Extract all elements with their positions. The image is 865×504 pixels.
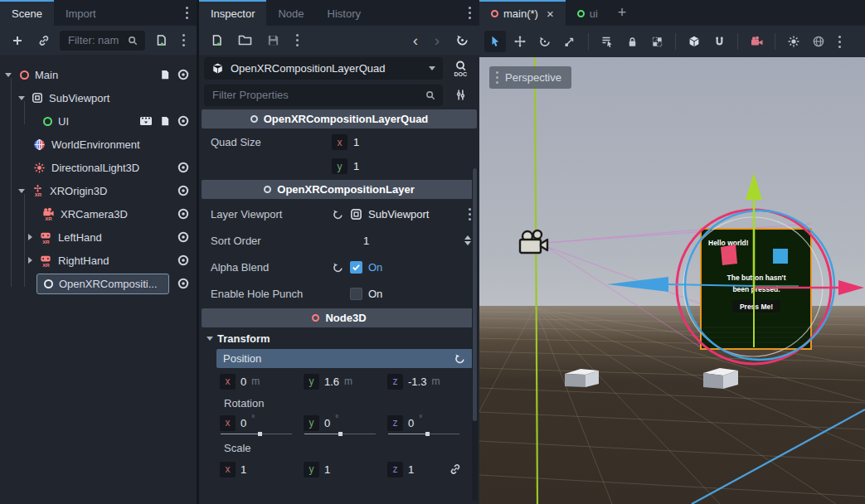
selected-node-box[interactable]: OpenXRCompositi... <box>36 274 169 294</box>
position-y-field[interactable]: 1.6 <box>324 376 339 388</box>
group-tool-icon[interactable] <box>646 31 668 52</box>
visibility-eye-icon[interactable] <box>177 161 190 174</box>
rotation-y-field[interactable]: 0 <box>324 417 330 429</box>
layer-viewport-value[interactable]: SubViewport <box>368 208 429 220</box>
prop-position-row[interactable]: Position <box>216 349 473 368</box>
mesh-cube-icon[interactable] <box>683 31 705 52</box>
lock-tool-icon[interactable] <box>621 31 643 52</box>
inspector-scrollbar[interactable] <box>472 168 478 501</box>
tab-node[interactable]: Node <box>266 0 315 26</box>
tab-main-scene[interactable]: main(*) × <box>479 0 566 26</box>
visibility-eye-icon[interactable] <box>177 277 190 290</box>
rotation-y-slider[interactable] <box>304 434 376 434</box>
tree-row-righthand[interactable]: XR RightHand <box>0 249 197 272</box>
scale-link-icon[interactable] <box>449 463 462 476</box>
scene-tab-menu-icon[interactable] <box>186 12 188 14</box>
tree-row-subviewport[interactable]: SubViewport <box>0 86 197 109</box>
tab-import[interactable]: Import <box>54 0 108 26</box>
visibility-eye-icon[interactable] <box>177 68 190 81</box>
rotation-label[interactable]: Rotation <box>199 394 479 412</box>
visibility-eye-icon[interactable] <box>177 207 190 220</box>
script-icon[interactable] <box>158 115 171 128</box>
new-resource-icon[interactable] <box>206 30 227 51</box>
visibility-eye-icon[interactable] <box>177 254 190 267</box>
position-z-field[interactable]: -1.3 <box>408 376 426 388</box>
scale-y-field[interactable]: 1 <box>324 463 330 476</box>
quad-size-x-field[interactable]: 1 <box>353 136 359 148</box>
scale-x-field[interactable]: 1 <box>241 463 246 476</box>
rotation-x-field[interactable]: 0 <box>241 417 246 429</box>
snap-magnet-icon[interactable] <box>708 31 730 52</box>
scale-label[interactable]: Scale <box>199 439 479 457</box>
viewport-3d[interactable]: Hello world! The button hasn't been pres… <box>479 57 865 504</box>
viewport-options-icon[interactable] <box>469 213 471 216</box>
viewport-menu-icon[interactable] <box>833 31 846 52</box>
tree-row-directionallight3d[interactable]: DirectionalLight3D <box>0 156 197 179</box>
close-tab-icon[interactable]: × <box>547 7 554 21</box>
filter-properties-input[interactable] <box>211 88 425 102</box>
scale-tool-icon[interactable] <box>559 31 581 52</box>
sort-order-field[interactable]: 1 <box>363 235 369 247</box>
alpha-blend-checkbox[interactable] <box>350 261 362 274</box>
transform-group-header[interactable]: Transform <box>199 329 479 348</box>
collapse-icon[interactable] <box>18 96 25 100</box>
save-icon[interactable] <box>262 30 284 51</box>
tree-row-main[interactable]: Main <box>0 63 197 86</box>
tab-inspector[interactable]: Inspector <box>199 0 266 26</box>
tree-row-xrorigin3d[interactable]: XR XROrigin3D <box>0 179 197 202</box>
list-select-tool-icon[interactable] <box>596 31 618 52</box>
tree-row-ui[interactable]: UI <box>0 109 197 133</box>
tab-history[interactable]: History <box>316 0 372 26</box>
rotation-z-field[interactable]: 0 <box>408 417 414 429</box>
composition-layer-quad[interactable]: Hello world! The button hasn't been pres… <box>701 229 811 349</box>
instance-scene-link-icon[interactable] <box>33 30 55 51</box>
expand-icon[interactable] <box>28 257 32 264</box>
perspective-menu[interactable]: Perspective <box>489 66 571 89</box>
visibility-eye-icon[interactable] <box>177 114 190 128</box>
revert-icon[interactable] <box>454 352 466 365</box>
category-openxrcompositionlayer[interactable]: OpenXRCompositionLayer <box>202 180 477 199</box>
instanced-scene-icon[interactable] <box>139 115 153 127</box>
quad-size-y-field[interactable]: 1 <box>353 160 359 172</box>
node-type-dropdown[interactable]: OpenXRCompositionLayerQuad <box>204 57 443 80</box>
preview-environment-icon[interactable] <box>808 31 829 52</box>
resource-more-icon[interactable] <box>290 30 304 51</box>
scale-z-field[interactable]: 1 <box>408 463 414 476</box>
scene-filter-input[interactable] <box>66 33 127 47</box>
position-x-field[interactable]: 0 <box>241 376 246 388</box>
rotation-x-slider[interactable] <box>221 434 292 434</box>
script-icon[interactable] <box>158 69 171 81</box>
tree-row-xrcamera3d[interactable]: XR XRCamera3D <box>0 202 197 225</box>
inspector-tab-menu-icon[interactable] <box>469 12 471 14</box>
collapse-icon[interactable] <box>18 189 25 193</box>
select-tool-icon[interactable] <box>484 31 506 52</box>
category-node3d[interactable]: Node3D <box>202 308 477 327</box>
tab-ui-scene[interactable]: ui <box>566 0 610 26</box>
open-docs-icon[interactable]: DOC <box>450 58 471 80</box>
visibility-eye-icon[interactable] <box>177 230 190 244</box>
history-back-icon[interactable]: ‹ <box>408 30 423 51</box>
revert-icon[interactable] <box>332 208 344 220</box>
hole-punch-checkbox[interactable] <box>350 288 362 300</box>
revert-icon[interactable] <box>332 261 344 274</box>
preview-sunlight-icon[interactable] <box>783 31 804 52</box>
history-forward-icon[interactable]: › <box>430 30 445 51</box>
attach-script-icon[interactable] <box>150 30 172 51</box>
tree-row-lefthand[interactable]: XR LeftHand <box>0 225 197 249</box>
new-scene-tab-icon[interactable]: + <box>610 0 635 26</box>
move-tool-icon[interactable] <box>509 31 531 52</box>
rotation-z-slider[interactable] <box>388 434 459 434</box>
tab-scene[interactable]: Scene <box>0 0 54 26</box>
expand-icon[interactable] <box>28 234 32 240</box>
visibility-eye-icon[interactable] <box>177 184 190 197</box>
load-resource-folder-icon[interactable] <box>234 30 255 51</box>
category-openxrcompositionlayerquad[interactable]: OpenXRCompositionLayerQuad <box>202 109 477 128</box>
tree-row-openxrcomposition[interactable]: OpenXRCompositi... <box>0 272 197 295</box>
scene-more-icon[interactable] <box>177 30 190 51</box>
add-node-icon[interactable] <box>7 30 28 51</box>
property-tools-icon[interactable] <box>450 85 471 106</box>
tree-row-worldenvironment[interactable]: WorldEnvironment <box>0 133 197 156</box>
preview-camera-icon[interactable] <box>746 31 767 52</box>
spinner-icon[interactable] <box>464 235 471 245</box>
object-history-icon[interactable] <box>451 30 473 51</box>
